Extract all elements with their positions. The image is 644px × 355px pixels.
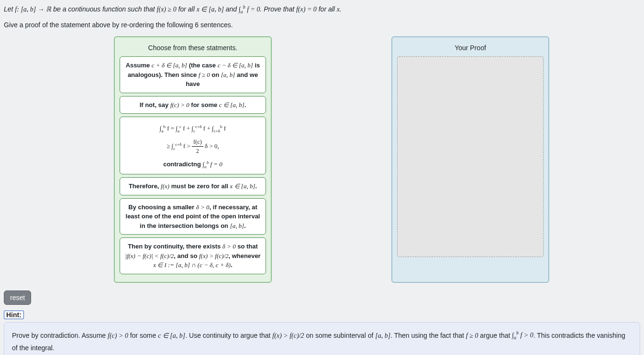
hint-content: Prove by contradiction. Assume f(c) > 0 …	[4, 322, 640, 355]
statement-card[interactable]: Then by continuity, there exists δ > 0 s…	[120, 237, 266, 274]
integral-condition: ∫ab f = 0	[239, 6, 260, 13]
equation-line: ∫ab f = ∫ac f + ∫cc+δ f + ∫c+δb f	[125, 124, 261, 135]
hint-toggle[interactable]: Hint:	[4, 311, 24, 319]
reset-button[interactable]: reset	[4, 290, 31, 305]
statement-card[interactable]: If not, say f(c) > 0 for some c ∈ [a, b]…	[120, 96, 266, 114]
source-panel: Choose from these statments. Assume c + …	[114, 36, 272, 283]
statement-card[interactable]: Therefore, f(x) must be zero for all x ∈…	[120, 177, 266, 195]
equation-line: ≥ ∫cc+δ f > f(c)2 δ > 0,	[125, 138, 261, 156]
target-panel: Your Proof	[391, 36, 549, 283]
target-panel-header: Your Proof	[397, 42, 544, 56]
problem-statement: Let f: [a, b] → ℝ be a continuous functi…	[4, 4, 640, 15]
source-panel-header: Choose from these statments.	[120, 42, 266, 56]
statement-card[interactable]: ∫ab f = ∫ac f + ∫cc+δ f + ∫c+δb f ≥ ∫cc+…	[120, 117, 266, 174]
instruction-text: Give a proof of the statement above by r…	[4, 21, 640, 29]
proof-dropzone[interactable]	[397, 56, 544, 257]
proof-columns: Choose from these statments. Assume c + …	[4, 36, 640, 283]
statement-card[interactable]: By choosing a smaller δ > 0, if necessar…	[120, 198, 266, 235]
statement-card[interactable]: Assume c + δ ∈ [a, b] (the case c − δ ∈ …	[120, 56, 266, 93]
